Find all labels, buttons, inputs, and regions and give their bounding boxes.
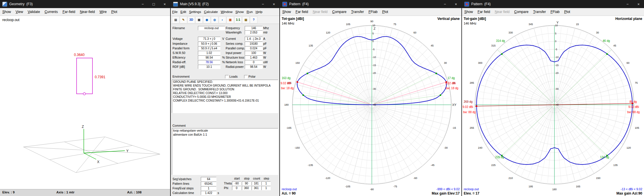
current-label: Current — [226, 37, 244, 40]
close-icon[interactable]: × — [450, 0, 461, 8]
phi-step-field[interactable]: 1 — [261, 186, 271, 190]
menu-item-show[interactable]: Show — [280, 10, 293, 14]
menu-item-plot[interactable]: Plot — [109, 10, 120, 14]
environment-line: COMPLEX DIELECTRIC CONSTANT= 1.30000E+01… — [172, 99, 278, 102]
freq-eval-steps-field[interactable]: 1 — [201, 186, 216, 191]
menu-item-show[interactable]: Show — [462, 10, 475, 14]
pattern-v-titlebar[interactable]: Pattern (F4) − × — [280, 0, 461, 8]
frequency-field[interactable]: 146 — [245, 26, 263, 30]
gain-bars-icon[interactable]: ▥ — [227, 16, 234, 23]
minimize-icon[interactable]: − — [622, 0, 633, 8]
efficiency-field[interactable]: 98.54 — [198, 55, 220, 60]
parallel-form-field[interactable]: 50.9 // j 5.e4 — [198, 46, 220, 51]
menu-item-show[interactable]: Show — [234, 10, 245, 14]
theta-step-field[interactable]: 1 — [261, 181, 271, 186]
menu-item-compare[interactable]: Compare — [512, 10, 531, 14]
menu-item-view[interactable]: View — [13, 10, 25, 14]
polar-checkbox[interactable] — [244, 75, 248, 79]
menu-item-near-field[interactable]: Near field — [310, 10, 330, 14]
maximize-icon[interactable]: □ — [148, 0, 159, 8]
menu-item-currents[interactable]: Currents — [42, 10, 60, 14]
annotation-226-dg: 226 dg — [495, 156, 504, 159]
new-file-icon[interactable]: ▤ — [172, 16, 179, 23]
theta-count-field[interactable]: 181 — [252, 181, 261, 186]
menu-item-window[interactable]: Window — [219, 10, 234, 14]
menu-item-calculate[interactable]: Calculate — [203, 10, 219, 14]
geometry-statusbar: Elev. : 9 Axis : 1 mtr Azi. : 108 — [0, 189, 170, 196]
wavelength-field[interactable]: 2.053 — [245, 30, 263, 35]
menu-item-settings[interactable]: Settings — [188, 10, 203, 14]
menu-item-edit[interactable]: Edit — [179, 10, 188, 14]
minimize-icon[interactable]: − — [257, 0, 268, 8]
menu-item-run[interactable]: Run — [245, 10, 254, 14]
phi-count-field[interactable]: 361 — [252, 186, 261, 190]
menu-item-far-field[interactable]: Far field — [475, 10, 492, 14]
pattern-vertical-window: Pattern (F4) − × ShowFar fieldNear field… — [280, 0, 462, 196]
menu-item-wire[interactable]: Wire — [97, 10, 109, 14]
input-power-field[interactable]: 100 — [245, 51, 263, 55]
impedance-field[interactable]: 50.9 + j 0.06 — [198, 42, 220, 46]
network-loss-field[interactable]: 0 — [245, 60, 263, 64]
menu-item-file[interactable]: File — [171, 10, 179, 14]
edit-icon[interactable]: ✎ — [180, 16, 187, 23]
notes-icon[interactable]: ▤ — [242, 16, 250, 23]
geometry-view-icon[interactable]: ◉ — [203, 16, 211, 23]
menu-item-near-field[interactable]: Near-field — [77, 10, 97, 14]
menu-item-transfer[interactable]: Transfer — [349, 10, 366, 14]
match-1to1-icon[interactable]: 1:1 — [234, 16, 242, 23]
radiat-power-field[interactable]: 98.54 — [245, 65, 263, 69]
theta-stop-field[interactable]: 90 — [242, 181, 251, 186]
footer-dbi-range: -13 < dBi < 9.02 — [621, 187, 642, 191]
environment-textarea[interactable]: GROUND PLANE SPECIFIED.WHERE WIRE ENDS T… — [172, 80, 278, 113]
series-comp-field[interactable]: 19180 — [245, 42, 263, 46]
menu-item-plot[interactable]: Plot — [562, 10, 573, 14]
structure-loss-field[interactable]: 1.463 — [245, 55, 263, 60]
menu-item-fftab[interactable]: FFtab — [366, 10, 380, 14]
parallel-comp-field[interactable]: 0.024 — [245, 46, 263, 51]
input-power-label: Input power — [226, 51, 244, 55]
menu-item-help[interactable]: Help — [254, 10, 264, 14]
annotation-9-02-dbi: 9.02 dBi — [463, 105, 473, 109]
rdf-db-field[interactable]: 10.1 — [198, 65, 220, 69]
main-titlebar[interactable]: Main [V5.9.3] (F2) − × — [171, 0, 279, 8]
menu-item-near-field[interactable]: Near field — [492, 10, 512, 14]
menu-item-plot[interactable]: Plot — [380, 10, 391, 14]
minimize-icon[interactable]: − — [137, 0, 148, 8]
radial-eff-field[interactable]: 78.56 — [198, 60, 220, 64]
radiat-power-label: Radiat-power — [226, 65, 244, 68]
pattern-view-icon[interactable]: ◎ — [211, 16, 218, 23]
s-w-r-50-field[interactable]: 1.02 — [198, 51, 220, 55]
filename-field[interactable]: recloop.out — [198, 26, 225, 30]
menu-item-far-field[interactable]: Far-field — [60, 10, 77, 14]
close-icon[interactable]: × — [633, 0, 644, 8]
phi-start-field[interactable]: 0 — [232, 186, 241, 190]
calculation-time-field[interactable]: 1.422 — [201, 191, 216, 195]
menu-item-transfer[interactable]: Transfer — [531, 10, 548, 14]
loads-checkbox[interactable] — [225, 75, 229, 79]
smith-chart-icon[interactable]: ◐ — [219, 16, 226, 23]
seg-s-patches-field[interactable]: 64 — [201, 177, 216, 181]
comment-textarea[interactable]: loop rettangolare verticalealimentare co… — [172, 128, 278, 175]
pattern-h-titlebar[interactable]: Pattern (F4) − × — [462, 0, 644, 8]
phi-stop-field[interactable]: 360 — [242, 186, 251, 190]
menu-item-compare[interactable]: Compare — [330, 10, 349, 14]
menu-item-show[interactable]: Show — [0, 10, 13, 14]
close-icon[interactable]: × — [268, 0, 279, 8]
help-icon[interactable]: ? — [250, 16, 257, 23]
geometry-titlebar[interactable]: Geometry (F3) − □ × — [0, 0, 170, 8]
close-icon[interactable]: × — [159, 0, 170, 8]
parallel-form-label: Parallel form — [172, 46, 197, 50]
environment-line: WHERE WIRE ENDS TOUCH GROUND, CURRENT WI… — [172, 84, 278, 87]
voltage-field[interactable]: 71.3 + j 0 — [198, 37, 220, 41]
menu-item-far-field[interactable]: Far field — [293, 10, 310, 14]
angle-label: 135 — [309, 44, 313, 47]
menu-item-fftab[interactable]: FFtab — [548, 10, 562, 14]
status-axis-scale: Axis : 1 mtr — [56, 191, 75, 194]
calculator-icon[interactable]: ▦ — [195, 16, 203, 23]
3d-view-icon[interactable]: 3D — [188, 16, 195, 23]
theta-start-field[interactable]: -90 — [232, 181, 241, 186]
pattern-lines-field[interactable]: 65341 — [201, 182, 216, 186]
minimize-icon[interactable]: − — [439, 0, 450, 8]
current-field[interactable]: 1.4 - j 2e-3 — [245, 37, 263, 41]
menu-item-validate[interactable]: Validate — [25, 10, 42, 14]
